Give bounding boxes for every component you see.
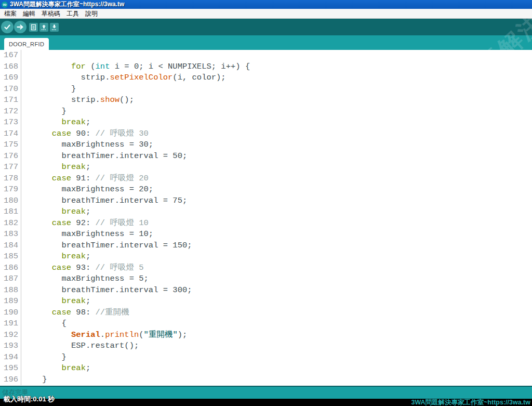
code-line: 185 break;: [0, 251, 532, 263]
line-number: 181: [0, 206, 21, 218]
code-line: 196 }: [0, 374, 532, 386]
code-line: 193 ESP.restart();: [0, 340, 532, 352]
line-number: 175: [0, 139, 21, 151]
upload-button[interactable]: [14, 21, 26, 33]
code-line: 194 }: [0, 352, 532, 363]
toolbar: [0, 19, 532, 35]
line-number: 184: [0, 240, 21, 252]
code-line: 184 breathTimer.interval = 150;: [0, 240, 532, 252]
line-number: 172: [0, 106, 21, 117]
line-number: 190: [0, 307, 21, 319]
line-number: 193: [0, 340, 21, 352]
code-lines: 167168 for (int i = 0; i < NUMPIXELS; i+…: [0, 50, 532, 385]
console-watermark: 3WA問題解決專家工作室~https://3wa.tw: [411, 399, 530, 406]
line-number: 182: [0, 218, 21, 229]
line-number: 192: [0, 330, 21, 341]
menu-bar: 檔案 編輯 草稿碼 工具 說明: [0, 9, 532, 19]
line-number: 168: [0, 61, 21, 73]
menu-tools[interactable]: 工具: [63, 9, 82, 18]
line-number: 171: [0, 95, 21, 106]
new-sketch-button[interactable]: [29, 23, 38, 32]
line-number: 170: [0, 84, 21, 95]
code-line: 176 breathTimer.interval = 50;: [0, 151, 532, 162]
line-number: 186: [0, 263, 21, 274]
menu-file[interactable]: 檔案: [1, 9, 20, 18]
code-line: 181 break;: [0, 206, 532, 218]
code-line: 195 break;: [0, 363, 532, 374]
arrow-down-icon: [51, 24, 58, 31]
arrow-up-icon: [41, 24, 47, 31]
ide-header: DOOR_RFID 問題解決: [0, 19, 532, 50]
line-number: 179: [0, 184, 21, 195]
line-number: 196: [0, 374, 21, 386]
code-line: 178 case 91: // 呼吸燈 20: [0, 173, 532, 185]
check-icon: [3, 23, 11, 31]
line-number: 174: [0, 128, 21, 140]
line-number: 187: [0, 273, 21, 285]
line-number: 178: [0, 173, 21, 185]
app-icon: ∞: [2, 2, 8, 8]
arrow-right-icon: [16, 23, 24, 31]
line-number: 176: [0, 151, 21, 162]
code-line: 175 maxBrightness = 30;: [0, 139, 532, 151]
line-number: 183: [0, 229, 21, 240]
load-time-text: 載入時間:0.01 秒: [4, 395, 55, 404]
line-number: 167: [0, 50, 21, 61]
line-number: 194: [0, 352, 21, 363]
open-button[interactable]: [39, 23, 48, 32]
code-line: 186 case 93: // 呼吸燈 5: [0, 263, 532, 274]
code-line: 187 maxBrightness = 5;: [0, 273, 532, 285]
code-line: 169 strip.setPixelColor(i, color);: [0, 72, 532, 84]
code-line: 170 }: [0, 84, 532, 95]
line-number: 195: [0, 363, 21, 374]
tab-bar: DOOR_RFID: [0, 35, 532, 50]
menu-edit[interactable]: 編輯: [20, 9, 38, 18]
verify-button[interactable]: [1, 21, 14, 33]
code-line: 172 }: [0, 106, 532, 117]
code-line: 189 break;: [0, 296, 532, 307]
code-line: 183 maxBrightness = 10;: [0, 229, 532, 240]
line-number: 189: [0, 296, 21, 307]
menu-sketch[interactable]: 草稿碼: [38, 9, 63, 18]
file-buttons: [29, 23, 59, 32]
menu-help[interactable]: 說明: [82, 9, 101, 18]
code-line: 190 case 98: //重開機: [0, 307, 532, 319]
tab-door-rfid[interactable]: DOOR_RFID: [4, 38, 49, 50]
code-line: 174 case 90: // 呼吸燈 30: [0, 128, 532, 140]
code-line: 171 strip.show();: [0, 95, 532, 106]
code-line: 168 for (int i = 0; i < NUMPIXELS; i++) …: [0, 61, 532, 73]
code-line: 182 case 92: // 呼吸燈 10: [0, 218, 532, 229]
line-number: 173: [0, 117, 21, 128]
code-line: 192 Serial.println("重開機");: [0, 330, 532, 341]
code-line: 179 maxBrightness = 20;: [0, 184, 532, 195]
window-title: 3WA問題解決專家工作室~https://3wa.tw: [10, 0, 124, 9]
code-line: 191 {: [0, 318, 532, 330]
code-line: 173 break;: [0, 117, 532, 128]
line-number: 191: [0, 318, 21, 330]
code-line: 188 breathTimer.interval = 300;: [0, 285, 532, 296]
line-number: 185: [0, 251, 21, 263]
code-line: 180 breathTimer.interval = 75;: [0, 195, 532, 207]
status-bar: 儲存完畢: [0, 386, 532, 399]
save-button[interactable]: [50, 23, 59, 32]
line-number: 180: [0, 195, 21, 207]
line-number: 177: [0, 162, 21, 173]
title-bar: ∞ 3WA問題解決專家工作室~https://3wa.tw: [0, 0, 532, 9]
console-output: 3WA問題解決專家工作室~https://3wa.tw: [0, 399, 532, 406]
code-editor[interactable]: 167168 for (int i = 0; i < NUMPIXELS; i+…: [0, 50, 532, 386]
arduino-ide-window: ∞ 3WA問題解決專家工作室~https://3wa.tw 檔案 編輯 草稿碼 …: [0, 0, 532, 406]
code-line: 177 break;: [0, 162, 532, 173]
code-line: 167: [0, 50, 532, 61]
line-number: 188: [0, 285, 21, 296]
line-number: 169: [0, 72, 21, 84]
document-icon: [30, 24, 37, 31]
